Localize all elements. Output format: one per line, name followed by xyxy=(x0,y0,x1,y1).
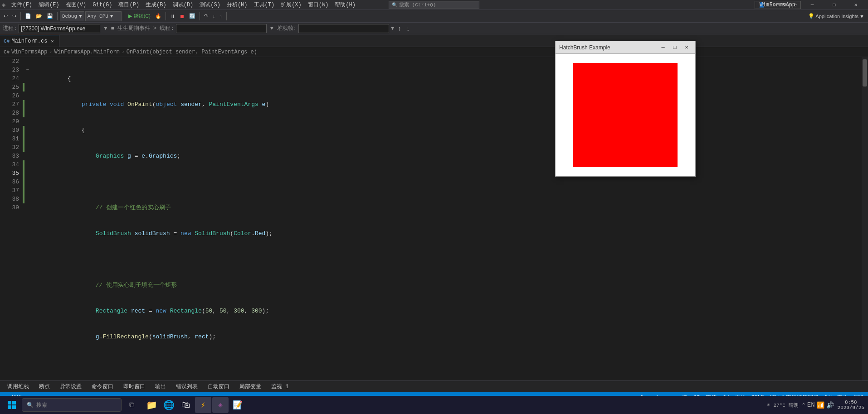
floating-maximize-btn[interactable]: □ xyxy=(670,43,680,52)
search-icon: 🔍 xyxy=(392,2,397,8)
new-file-btn[interactable]: 📄 xyxy=(23,11,33,21)
debug-tab-immediate[interactable]: 即时窗口 xyxy=(120,382,149,391)
code-line-32: g.FillRectangle(solidBrush, rect); xyxy=(39,332,860,341)
time-display: 8:58 xyxy=(845,400,857,405)
menu-debug[interactable]: 调试(D) xyxy=(170,0,197,10)
bp-38 xyxy=(31,195,37,203)
pause-btn[interactable]: ⏸ xyxy=(168,11,177,21)
edge-btn[interactable]: 🌐 xyxy=(161,397,177,413)
menu-tools[interactable]: 工具(T) xyxy=(251,0,278,10)
bp-39 xyxy=(31,203,37,212)
weather-label: 27°C 晴朗 xyxy=(774,402,799,409)
menu-window[interactable]: 窗口(W) xyxy=(305,0,332,10)
debug-tab-command[interactable]: 命令窗口 xyxy=(88,382,117,391)
editor-tab-bar: C# MainForm.cs ✕ xyxy=(0,34,868,47)
task-view-icon: ⧉ xyxy=(129,401,134,409)
debug-tab-exceptions[interactable]: 异常设置 xyxy=(56,382,85,391)
fire-btn[interactable]: 🔥 xyxy=(153,11,163,21)
collapse-icon-23[interactable]: ─ xyxy=(24,66,31,74)
vs-taskbar-btn[interactable]: ◈ xyxy=(212,397,229,413)
thread-dropdown[interactable] xyxy=(176,24,267,33)
floating-hatchbrush-window: HatchBrush Example ─ □ ✕ xyxy=(555,41,696,177)
debug-tab-watch1[interactable]: 监视 1 xyxy=(268,382,292,391)
menu-project[interactable]: 项目(P) xyxy=(115,0,142,10)
bp-33 xyxy=(31,152,37,160)
step-into-btn[interactable]: ↓ xyxy=(211,11,217,21)
menu-extensions[interactable]: 扩展(X) xyxy=(278,0,305,10)
notes-taskbar-btn[interactable]: 📝 xyxy=(229,397,246,413)
minimize-button[interactable]: ─ xyxy=(802,0,823,10)
close-button[interactable]: ✕ xyxy=(845,0,866,10)
stop-btn[interactable]: ⏹ xyxy=(178,11,186,21)
taskbar-search[interactable]: 🔍 搜索 xyxy=(22,398,122,412)
run-btn[interactable]: ▶ 继续(C) xyxy=(127,11,152,21)
menu-file[interactable]: 文件(F) xyxy=(8,0,35,10)
debug-tab-locals[interactable]: 局部变量 xyxy=(236,382,265,391)
task-view-btn[interactable]: ⧉ xyxy=(123,397,140,413)
start-button[interactable] xyxy=(4,397,20,413)
stack-nav-down[interactable]: ↓ xyxy=(405,24,411,34)
menu-test[interactable]: 测试(S) xyxy=(196,0,224,10)
menu-edit[interactable]: 编辑(E) xyxy=(35,0,63,10)
menu-help[interactable]: 帮助(H) xyxy=(332,0,359,10)
process-dropdown[interactable] xyxy=(19,24,100,33)
tray-arrow[interactable]: ⌃ xyxy=(802,402,805,409)
app-insights-btn[interactable]: 💡 Application Insights ▼ xyxy=(806,11,866,21)
breadcrumb-class[interactable]: WinFormsApp.MainForm xyxy=(54,49,120,55)
git-taskbar-btn[interactable]: ⚡ xyxy=(195,397,211,413)
floating-close-btn[interactable]: ✕ xyxy=(682,43,692,52)
menu-view[interactable]: 视图(V) xyxy=(63,0,90,10)
tab-close-btn[interactable]: ✕ xyxy=(49,38,55,44)
vertical-scrollbar[interactable] xyxy=(862,57,868,380)
clock[interactable]: 8:58 2023/9/25 xyxy=(838,400,864,410)
insights-arrow: ▼ xyxy=(859,14,864,19)
bp-25 xyxy=(31,83,37,91)
menu-analyze[interactable]: 分析(N) xyxy=(224,0,251,10)
debug-config-dropdown[interactable]: Debug ▼ xyxy=(60,11,84,21)
debug-tab-breakpoints[interactable]: 断点 xyxy=(35,382,54,391)
debug-tab-auto[interactable]: 自动窗口 xyxy=(204,382,233,391)
cs-file-icon: C# xyxy=(4,39,10,44)
cpu-target-label: Any CPU xyxy=(88,14,108,19)
date-display: 2023/9/25 xyxy=(838,405,864,410)
scrollbar-thumb[interactable] xyxy=(863,59,867,87)
right-toolbar: 💡 Application Insights ▼ xyxy=(806,11,866,21)
menu-build[interactable]: 生成(B) xyxy=(142,0,170,10)
breadcrumb-sep1: › xyxy=(49,49,52,55)
debug-tab-callstack[interactable]: 调用堆栈 xyxy=(4,382,33,391)
debug-tab-output[interactable]: 输出 xyxy=(151,382,170,391)
bp-31 xyxy=(31,135,37,143)
step-over-btn[interactable]: ↷ xyxy=(202,11,210,21)
bp-22 xyxy=(31,57,37,66)
stack-nav-up[interactable]: ↑ xyxy=(396,24,403,34)
breadcrumb-project[interactable]: WinFormsApp xyxy=(11,49,47,55)
undo-btn[interactable]: ↩ xyxy=(2,11,10,21)
floating-title: HatchBrush Example xyxy=(559,44,656,51)
code-line-33 xyxy=(39,358,860,367)
bp-29 xyxy=(31,117,37,126)
restart-btn[interactable]: 🔄 xyxy=(187,11,197,21)
save-btn[interactable]: 💾 xyxy=(45,11,55,21)
cpu-target-dropdown[interactable]: Any CPU ▼ xyxy=(85,11,122,21)
menu-git[interactable]: Git(G) xyxy=(89,1,115,9)
app-title: WinFormsApp xyxy=(760,2,795,8)
store-btn[interactable]: 🛍 xyxy=(178,397,194,413)
restore-button[interactable]: ❒ xyxy=(824,0,844,10)
floating-minimize-btn[interactable]: ─ xyxy=(658,43,668,52)
run-label: 继续(C) xyxy=(134,13,151,19)
breadcrumb-method[interactable]: OnPaint(object sender, PaintEventArgs e) xyxy=(127,49,257,55)
file-explorer-btn[interactable]: 📁 xyxy=(143,397,160,413)
code-content[interactable]: { private void OnPaint(object sender, Pa… xyxy=(37,57,862,380)
bp-34 xyxy=(31,160,37,169)
store-icon: 🛍 xyxy=(181,400,190,410)
step-out-btn[interactable]: ↑ xyxy=(218,11,224,21)
stack-dropdown[interactable] xyxy=(298,24,389,33)
redo-btn[interactable]: ↪ xyxy=(10,11,18,21)
debug-config-arrow: ▼ xyxy=(79,14,82,19)
tab-label: MainForm.cs xyxy=(11,38,47,44)
tab-mainform-cs[interactable]: C# MainForm.cs ✕ xyxy=(0,35,59,47)
open-file-btn[interactable]: 📂 xyxy=(34,11,44,21)
code-line-23: private void OnPaint(object sender, Pain… xyxy=(39,100,860,109)
search-box[interactable]: 🔍 搜索 (Ctrl+Q) xyxy=(389,1,479,9)
debug-tab-errorlist[interactable]: 错误列表 xyxy=(172,382,201,391)
